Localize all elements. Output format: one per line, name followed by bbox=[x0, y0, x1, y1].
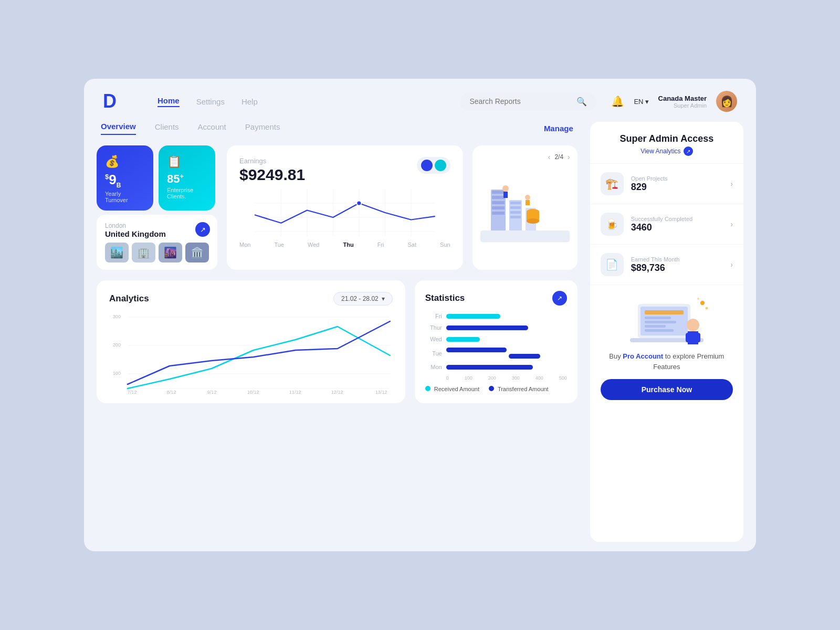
topnav-right: 🔔 EN ▾ Canada Master Super Admin 👩 bbox=[611, 91, 737, 112]
location-images: 🏙️ 🏢 🌆 🏛️ bbox=[105, 243, 209, 262]
promo-text: Buy Pro Account to explore Premium Featu… bbox=[601, 351, 733, 372]
tab-clients[interactable]: Clients bbox=[155, 122, 179, 134]
svg-rect-11 bbox=[492, 191, 505, 194]
yearly-turnover-card: 💰 $9B Yearly Turnover bbox=[97, 145, 153, 211]
svg-rect-19 bbox=[510, 211, 521, 214]
tab-account[interactable]: Account bbox=[198, 122, 226, 134]
day-fri: Fri bbox=[377, 242, 384, 248]
svg-rect-54 bbox=[686, 333, 690, 342]
search-input[interactable] bbox=[469, 97, 572, 106]
date-range-button[interactable]: 21.02 - 28.02 ▾ bbox=[333, 292, 393, 306]
svg-rect-17 bbox=[510, 202, 521, 204]
earnings-header: Earnings $9249.81 bbox=[239, 157, 450, 184]
manage-button[interactable]: Manage bbox=[544, 124, 573, 133]
nav-help[interactable]: Help bbox=[242, 97, 258, 106]
svg-rect-49 bbox=[645, 321, 676, 323]
right-panel: Super Admin Access View Analytics ↗ 🏗️ O… bbox=[590, 122, 743, 542]
day-mon: Mon bbox=[239, 242, 250, 248]
open-projects-item[interactable]: 🏗️ Open Projects 829 › bbox=[590, 164, 743, 204]
dashboard: D Home Settings Help 🔍 🔔 EN ▾ Canada Mas… bbox=[84, 79, 756, 551]
svg-rect-26 bbox=[503, 192, 508, 198]
day-tue: Tue bbox=[274, 242, 284, 248]
svg-text:100: 100 bbox=[113, 371, 121, 376]
completed-icon: 🍺 bbox=[601, 213, 624, 236]
location-image-4: 🏛️ bbox=[185, 243, 209, 262]
bar-row-fri: Fri bbox=[425, 313, 567, 319]
bar-track-fri bbox=[446, 314, 567, 319]
tab-payments[interactable]: Payments bbox=[245, 122, 280, 134]
location-arrow-button[interactable]: ↗ bbox=[195, 222, 210, 237]
left-panel: Overview Clients Account Payments Manage… bbox=[97, 122, 578, 542]
bell-icon[interactable]: 🔔 bbox=[611, 95, 624, 108]
carousel-nav: ‹ 2/4 › bbox=[548, 153, 570, 161]
bar-label-fri: Fri bbox=[425, 313, 442, 319]
svg-rect-29 bbox=[480, 230, 570, 242]
svg-rect-15 bbox=[492, 212, 505, 215]
day-thu: Thu bbox=[343, 242, 353, 248]
bar-fill-tue-blue bbox=[446, 348, 507, 352]
carousel-count: 2/4 bbox=[554, 153, 563, 161]
tabs: Overview Clients Account Payments Manage bbox=[97, 122, 578, 135]
svg-rect-20 bbox=[510, 216, 521, 218]
svg-text:12/12: 12/12 bbox=[331, 390, 343, 395]
toggle-button[interactable] bbox=[417, 157, 450, 174]
analytics-chart-area: 300 200 100 bbox=[109, 311, 393, 395]
avatar[interactable]: 👩 bbox=[716, 91, 737, 112]
view-analytics-link[interactable]: View Analytics ↗ bbox=[602, 146, 732, 156]
stats-arrow-button[interactable]: ↗ bbox=[552, 291, 567, 306]
earnings-value: $9249.81 bbox=[239, 166, 305, 184]
card-clipboard-icon: 📋 bbox=[167, 155, 207, 169]
svg-rect-50 bbox=[645, 325, 666, 328]
svg-text:200: 200 bbox=[113, 342, 121, 348]
card-money-icon: 💰 bbox=[105, 155, 145, 169]
open-projects-content: Open Projects 829 bbox=[631, 175, 723, 193]
tab-overview[interactable]: Overview bbox=[101, 122, 136, 135]
bar-track-thu bbox=[446, 326, 567, 330]
svg-point-27 bbox=[525, 195, 530, 200]
promo-illustration bbox=[625, 293, 709, 351]
earned-item[interactable]: 📄 Earned This Month $89,736 › bbox=[590, 245, 743, 285]
nav-home[interactable]: Home bbox=[158, 96, 180, 107]
statistics-card: Statistics ↗ Fri Thur bbox=[415, 280, 578, 403]
top-row: 💰 $9B Yearly Turnover 📋 85+ Enterprise C… bbox=[97, 145, 578, 270]
xaxis-100: 100 bbox=[465, 375, 472, 381]
svg-rect-12 bbox=[492, 196, 505, 199]
earnings-chart-svg bbox=[239, 189, 450, 236]
day-sun: Sun bbox=[440, 242, 450, 248]
location-city: London bbox=[105, 222, 209, 229]
nav-settings[interactable]: Settings bbox=[196, 97, 225, 106]
analytics-card: Analytics 21.02 - 28.02 ▾ 300 200 100 bbox=[97, 280, 405, 403]
illustration-card: ‹ 2/4 › bbox=[472, 145, 578, 270]
carousel-next-button[interactable]: › bbox=[568, 153, 570, 161]
lang-label: EN bbox=[634, 98, 643, 106]
search-bar[interactable]: 🔍 bbox=[460, 92, 596, 111]
lang-select[interactable]: EN ▾ bbox=[634, 98, 648, 106]
purchase-now-button[interactable]: Purchase Now bbox=[601, 379, 733, 400]
svg-text:9/12: 9/12 bbox=[207, 390, 217, 395]
analytics-header: Analytics 21.02 - 28.02 ▾ bbox=[109, 292, 393, 306]
open-projects-value: 829 bbox=[631, 182, 723, 193]
xaxis-200: 200 bbox=[488, 375, 496, 381]
nav-links: Home Settings Help bbox=[158, 96, 449, 107]
promo-section: Buy Pro Account to explore Premium Featu… bbox=[590, 285, 743, 542]
chevron-down-icon: ▾ bbox=[645, 98, 649, 106]
user-role: Super Admin bbox=[658, 102, 707, 109]
yearly-turnover-value: $9B bbox=[105, 173, 145, 188]
carousel-prev-button[interactable]: ‹ bbox=[548, 153, 551, 161]
view-analytics-icon: ↗ bbox=[684, 146, 693, 156]
legend-received: Received Amount bbox=[425, 386, 479, 392]
app-logo: D bbox=[103, 90, 116, 112]
analytics-chart-svg: 300 200 100 bbox=[109, 311, 393, 395]
stats-title: Statistics bbox=[425, 293, 465, 303]
svg-text:13/12: 13/12 bbox=[375, 390, 387, 395]
svg-text:7/12: 7/12 bbox=[128, 390, 137, 395]
svg-text:10/12: 10/12 bbox=[247, 390, 259, 395]
user-name: Canada Master bbox=[658, 94, 707, 102]
stat-cards-row: 💰 $9B Yearly Turnover 📋 85+ Enterprise C… bbox=[97, 145, 217, 211]
completed-item[interactable]: 🍺 Successfully Completed 3460 › bbox=[590, 204, 743, 245]
stats-legend: Received Amount Transferred Amount bbox=[425, 386, 567, 392]
location-country: United Kingdom bbox=[105, 229, 209, 238]
day-sat: Sat bbox=[408, 242, 417, 248]
bar-label-mon: Mon bbox=[425, 364, 442, 370]
admin-title: Super Admin Access bbox=[602, 133, 732, 144]
